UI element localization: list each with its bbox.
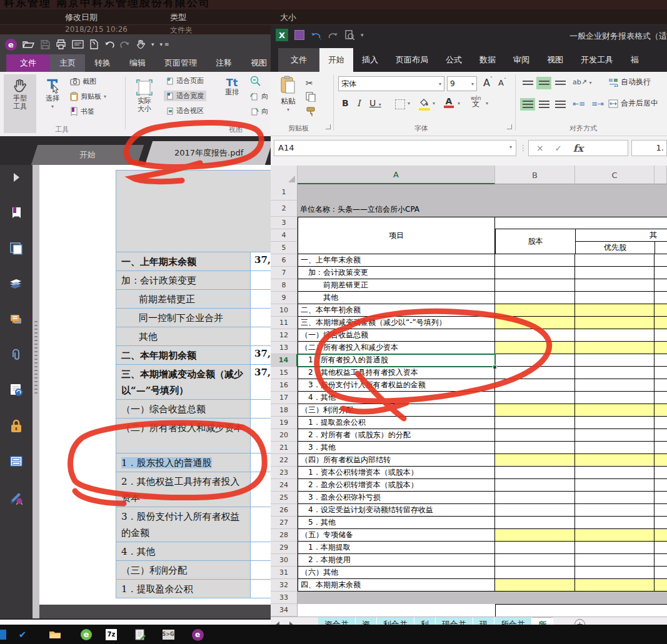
cell-col-b[interactable] bbox=[300, 184, 380, 201]
cell-col-c[interactable] bbox=[575, 467, 654, 479]
row-header[interactable]: 18 bbox=[271, 404, 298, 417]
cell-col-d[interactable] bbox=[654, 567, 667, 579]
cell-col-b[interactable] bbox=[495, 604, 575, 617]
foxit-menu-tab[interactable]: 编辑 bbox=[120, 54, 155, 72]
row-header[interactable]: 17 bbox=[271, 392, 298, 404]
cell-col-a[interactable]: 3．股份支付计入所有者权益的金额 bbox=[298, 379, 495, 392]
cell-col-a[interactable]: （五）专项储备 bbox=[298, 529, 495, 542]
excel-menu-tab[interactable]: 审阅 bbox=[504, 48, 538, 72]
cell-col-c[interactable] bbox=[575, 517, 654, 529]
fill-color-button[interactable] bbox=[419, 98, 430, 111]
cell-col-b[interactable] bbox=[495, 379, 575, 392]
column-header-c[interactable]: C bbox=[575, 166, 654, 184]
merged-cell-year-band[interactable] bbox=[495, 217, 667, 229]
borders-dropdown-icon[interactable]: ▾ bbox=[408, 101, 410, 106]
cell-col-a[interactable]: （三）利润分配 bbox=[298, 404, 495, 417]
select-all-corner[interactable] bbox=[271, 166, 298, 184]
foxit-menu-tab[interactable]: 文件 bbox=[6, 54, 50, 72]
bold-button[interactable]: B bbox=[342, 98, 349, 108]
row-header[interactable]: 28 bbox=[271, 529, 298, 542]
foxit-menu-tab[interactable]: 转换 bbox=[85, 54, 120, 72]
font-name-combo[interactable]: 宋体▾ bbox=[338, 76, 444, 91]
cell-col-b[interactable] bbox=[495, 467, 575, 479]
cell-col-d[interactable] bbox=[654, 579, 667, 592]
cancel-icon[interactable]: × bbox=[536, 143, 544, 153]
excel-save-icon[interactable] bbox=[294, 30, 304, 40]
cell-col-a[interactable]: 1．提取盈余公积 bbox=[298, 417, 495, 429]
cut-button[interactable]: ✂ bbox=[306, 78, 313, 88]
cell-col-a[interactable] bbox=[298, 604, 495, 617]
cell-col-d[interactable] bbox=[654, 417, 667, 429]
print-icon[interactable] bbox=[56, 39, 66, 49]
decrease-indent-button[interactable]: ⇤≡ bbox=[573, 99, 585, 108]
merged-cell-item[interactable]: 项目 bbox=[298, 217, 495, 254]
rotate-right-button[interactable]: 向 bbox=[250, 107, 268, 116]
cell-col-d[interactable] bbox=[654, 554, 667, 567]
cell-col-b[interactable] bbox=[495, 267, 575, 279]
cell-col-b[interactable] bbox=[495, 329, 575, 342]
create-pdf-icon[interactable] bbox=[89, 39, 99, 49]
cell-col-a[interactable]: 二、本年年初余额 bbox=[298, 304, 495, 317]
row-header[interactable]: 10 bbox=[271, 304, 298, 317]
row-header[interactable]: 11 bbox=[271, 317, 298, 329]
taskbar-svg-app-icon[interactable]: S>G bbox=[162, 628, 174, 641]
insert-function-icon[interactable]: fx bbox=[573, 142, 583, 154]
cell-col-a[interactable]: 1．本期提取 bbox=[298, 542, 495, 554]
row-header[interactable]: 27 bbox=[271, 517, 298, 529]
pdf-left-scrollbar[interactable] bbox=[33, 165, 39, 618]
row-header[interactable]: 8 bbox=[271, 279, 298, 292]
cell-preferred-shares[interactable]: 优先股 bbox=[575, 242, 654, 254]
phonetic-button[interactable]: wén 文 bbox=[471, 96, 481, 107]
taskbar-check-app-icon[interactable]: ✔ bbox=[16, 628, 29, 641]
cell-col-b[interactable] bbox=[495, 492, 575, 504]
font-color-button[interactable]: A bbox=[444, 97, 454, 108]
cell-col-a[interactable]: 3．盈余公积弥补亏损 bbox=[298, 492, 495, 504]
hand-tool-button[interactable]: 手型 工具 bbox=[4, 74, 36, 133]
layers-panel-icon[interactable] bbox=[9, 276, 24, 291]
cell-col-c[interactable] bbox=[380, 184, 459, 201]
cell-col-a[interactable]: 四、本期期末余额 bbox=[298, 579, 495, 592]
row-header[interactable]: 32 bbox=[271, 579, 298, 592]
cell-col-d[interactable] bbox=[654, 354, 667, 367]
excel-menu-tab[interactable]: 数据 bbox=[471, 48, 504, 72]
save-icon[interactable] bbox=[41, 40, 50, 49]
italic-button[interactable]: I bbox=[357, 98, 361, 108]
doc-tab-2017-report[interactable]: 2017年度报告.pdf bbox=[145, 141, 273, 165]
fit-visible-button[interactable]: 适合视区 bbox=[164, 106, 206, 116]
cell-col-d[interactable] bbox=[654, 492, 667, 504]
cell-col-b[interactable] bbox=[495, 367, 575, 379]
redo-icon[interactable] bbox=[120, 40, 130, 49]
cell-col-c[interactable] bbox=[575, 579, 654, 592]
customize-toolbar-icon[interactable]: ▾ ≡ bbox=[160, 41, 169, 47]
foxit-menu-tab[interactable]: 主页 bbox=[50, 54, 85, 72]
excel-menu-tab[interactable]: 视图 bbox=[538, 48, 572, 72]
select-tool-button[interactable]: 选择 ▾ bbox=[39, 74, 66, 133]
cell-col-b[interactable] bbox=[495, 517, 575, 529]
cell-col-b[interactable] bbox=[495, 392, 575, 404]
cell-col-c[interactable] bbox=[575, 567, 654, 579]
fit-page-button[interactable]: 适合页面 bbox=[164, 76, 206, 86]
shrink-font-button[interactable]: Aˇ bbox=[498, 78, 506, 87]
name-box-dropdown-icon[interactable]: ▾ bbox=[509, 144, 512, 150]
column-header-d[interactable] bbox=[654, 166, 667, 184]
cell-col-a[interactable]: （一）综合收益总额 bbox=[298, 329, 495, 342]
cell-col-d[interactable] bbox=[654, 304, 667, 317]
align-top-button[interactable] bbox=[520, 77, 535, 89]
cell-col-b[interactable] bbox=[495, 254, 575, 267]
cell-col-d[interactable] bbox=[654, 279, 667, 292]
cell-col-a[interactable]: （二）所有者投入和减少资本 bbox=[298, 342, 495, 354]
foxit-menu-tab[interactable]: 注释 bbox=[206, 54, 241, 72]
excel-menu-tab[interactable]: 开始 bbox=[319, 48, 353, 72]
excel-menu-tab[interactable]: 页面布局 bbox=[387, 48, 437, 72]
excel-menu-tab[interactable]: 福 bbox=[622, 48, 648, 72]
cell-col-b[interactable] bbox=[495, 354, 575, 367]
row-header[interactable]: 4 bbox=[271, 229, 298, 242]
cell-col-c[interactable] bbox=[575, 504, 654, 517]
foxit-logo-icon[interactable]: e bbox=[5, 39, 17, 51]
cell-col-a[interactable]: 2．盈余公积转增资本（或股本） bbox=[298, 479, 495, 492]
taskbar-foxit-icon[interactable]: e bbox=[191, 628, 204, 641]
cell-col-a[interactable]: （六）其他 bbox=[298, 567, 495, 579]
align-center-button[interactable] bbox=[536, 98, 551, 111]
cell-col-c[interactable] bbox=[575, 442, 654, 454]
row-header[interactable]: 6 bbox=[271, 254, 298, 267]
